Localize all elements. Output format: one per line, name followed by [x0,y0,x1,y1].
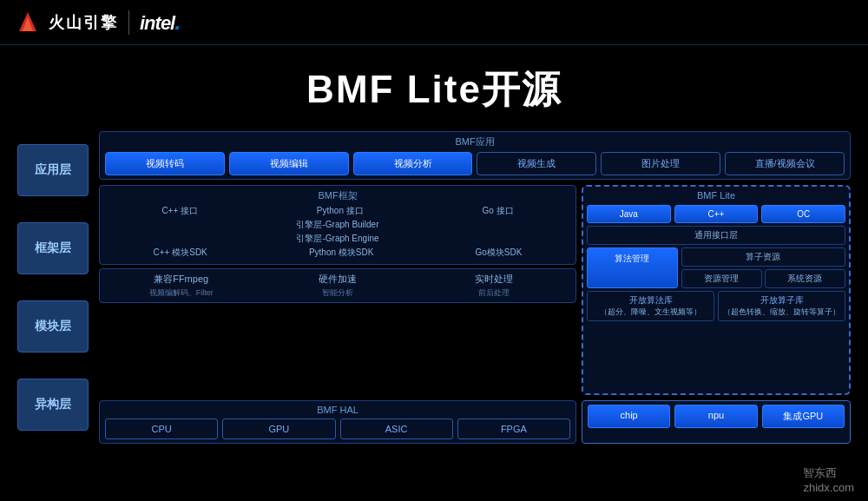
app-btn-0[interactable]: 视频转码 [105,152,225,175]
interface-row: C++ 接口 Python 接口 Go 接口 [105,205,570,217]
layer-app: 应用层 [17,144,89,196]
brand-logo: 火山引擎 [16,10,118,35]
open-sub-right: 开放算子库 （超色转换、缩放、旋转等算子） [718,291,845,321]
bmf-lite-section: BMF Lite Java C++ OC 通用接口层 算法管理 算子资源 资源管… [582,185,851,395]
hal-fpga[interactable]: FPGA [457,419,570,439]
hal-section: BMF HAL CPU GPU ASIC FPGA chip npu 集成GPU [99,400,851,444]
bmf-app-label: BMF应用 [105,135,845,148]
open-lib-row: 开放算法库 （超分、降噪、文生视频等） 开放算子库 （超色转换、缩放、旋转等算子… [587,291,845,321]
hal-label: BMF HAL [105,405,570,415]
hal-right: chip npu 集成GPU [582,400,851,444]
module-item-0: 兼容FFmpeg 视频编解码、Filter [105,273,257,299]
bmf-app-section: BMF应用 视频转码 视频编辑 视频分析 视频生成 图片处理 直播/视频会议 [99,131,851,180]
lang-row: Java C++ OC [587,205,845,223]
module-sub-0: 视频编解码、Filter [105,287,257,299]
diagram-area: 应用层 框架层 模块层 异构层 BMF应用 视频转码 视频编辑 视频分析 视频生… [0,131,868,444]
layer-hetero: 异构层 [17,379,89,431]
resource-item-2: 系统资源 [765,269,845,288]
hal-left-buttons: CPU GPU ASIC FPGA [105,419,570,439]
watermark-url: zhidx.com [803,481,854,494]
open-sub-left-title: 开放算法库 [591,294,710,307]
open-sub-left-desc: （超分、降噪、文生视频等） [591,307,710,318]
bmf-lite-label: BMF Lite [587,190,845,201]
iface-go: Go 接口 [482,205,513,217]
resource-row: 算法管理 算子资源 资源管理 系统资源 [587,247,845,288]
iface-python: Python 接口 [317,205,364,217]
hal-left: BMF HAL CPU GPU ASIC FPGA [99,400,576,444]
brand-text: 火山引擎 [49,12,118,33]
iface-cpp: C++ 接口 [161,205,198,217]
watermark-text: 智东西 [803,465,854,481]
bmf-app-buttons: 视频转码 视频编辑 视频分析 视频生成 图片处理 直播/视频会议 [105,152,845,175]
left-column: BMF框架 C++ 接口 Python 接口 Go 接口 引擎层-Graph B… [99,185,576,395]
app-btn-3[interactable]: 视频生成 [477,152,596,175]
sdk-python: Python 模块SDK [309,247,373,259]
lang-java[interactable]: Java [587,205,671,223]
module-main-0: 兼容FFmpeg [105,273,257,286]
left-labels: 应用层 框架层 模块层 异构层 [17,131,89,444]
resource-item-1: 资源管理 [681,269,762,288]
hal-gpu[interactable]: GPU [222,419,335,439]
module-main-2: 实时处理 [418,273,570,286]
sdk-go: Go模块SDK [476,247,523,259]
hal-chip[interactable]: chip [588,405,670,428]
open-sub-right-desc: （超色转换、缩放、旋转等算子） [722,307,841,318]
module-sub-2: 前后处理 [418,287,570,299]
hal-npu[interactable]: npu [674,405,757,428]
intel-text: intel. [140,9,180,36]
app-btn-1[interactable]: 视频编辑 [229,152,349,175]
layer-framework: 框架层 [17,222,89,274]
middle-section: BMF框架 C++ 接口 Python 接口 Go 接口 引擎层-Graph B… [99,185,851,395]
algo-mgmt[interactable]: 算法管理 [587,247,678,288]
sdk-cpp: C++ 模块SDK [154,247,207,259]
open-sub-right-title: 开放算子库 [722,294,841,307]
hal-right-buttons: chip npu 集成GPU [588,405,845,428]
hal-igpu[interactable]: 集成GPU [762,405,845,428]
app-btn-2[interactable]: 视频分析 [353,152,473,175]
module-row: 兼容FFmpeg 视频编解码、Filter 硬件加速 智能分析 实时处理 前后处… [105,273,570,299]
lang-cpp[interactable]: C++ [674,205,759,223]
open-sub-left: 开放算法库 （超分、降噪、文生视频等） [587,291,714,321]
app-btn-4[interactable]: 图片处理 [601,152,720,175]
bmf-module-box: 兼容FFmpeg 视频编解码、Filter 硬件加速 智能分析 实时处理 前后处… [99,268,576,303]
lang-oc[interactable]: OC [761,205,845,223]
page-title: BMF Lite开源 [0,45,868,131]
module-item-1: 硬件加速 智能分析 [261,273,413,299]
hal-cpu[interactable]: CPU [105,419,218,439]
framework-label: BMF框架 [105,189,570,202]
module-sub-1: 智能分析 [261,287,413,299]
graph-builder: 引擎层-Graph Builder [105,219,570,231]
watermark: 智东西 zhidx.com [803,465,854,494]
graph-engine: 引擎层-Graph Engine [105,233,570,245]
module-main-1: 硬件加速 [261,273,413,286]
diagram-content: BMF应用 视频转码 视频编辑 视频分析 视频生成 图片处理 直播/视频会议 B… [99,131,851,444]
sdk-row: C++ 模块SDK Python 模块SDK Go模块SDK [105,247,570,259]
bmf-framework-box: BMF框架 C++ 接口 Python 接口 Go 接口 引擎层-Graph B… [99,185,576,265]
header-divider [128,10,129,35]
common-interface: 通用接口层 [587,226,845,245]
hal-asic[interactable]: ASIC [340,419,453,439]
module-item-2: 实时处理 前后处理 [418,273,570,299]
hal-right-inner: chip npu 集成GPU [582,400,851,444]
volcano-icon [16,10,40,35]
layer-module: 模块层 [17,300,89,353]
resource-item-0: 算子资源 [681,247,845,267]
app-btn-5[interactable]: 直播/视频会议 [725,152,845,175]
header: 火山引擎 intel. [0,0,868,45]
